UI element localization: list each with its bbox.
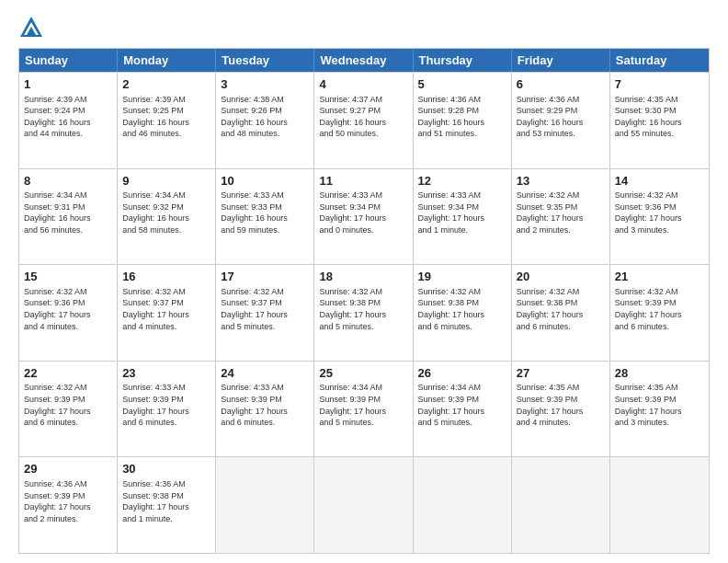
- day-number: 13: [517, 173, 605, 190]
- empty-cell: [512, 457, 610, 553]
- empty-cell: [314, 457, 413, 553]
- day-number: 8: [24, 173, 112, 190]
- day-cell-19: 19Sunrise: 4:32 AM Sunset: 9:38 PM Dayli…: [414, 265, 512, 361]
- empty-cell: [414, 457, 512, 553]
- day-cell-1: 1Sunrise: 4:39 AM Sunset: 9:24 PM Daylig…: [19, 73, 118, 168]
- day-info: Sunrise: 4:35 AM Sunset: 9:30 PM Dayligh…: [615, 94, 704, 140]
- day-cell-21: 21Sunrise: 4:32 AM Sunset: 9:39 PM Dayli…: [610, 265, 709, 361]
- day-info: Sunrise: 4:32 AM Sunset: 9:37 PM Dayligh…: [122, 286, 210, 332]
- day-number: 10: [221, 173, 309, 190]
- day-info: Sunrise: 4:32 AM Sunset: 9:38 PM Dayligh…: [418, 286, 506, 332]
- day-info: Sunrise: 4:38 AM Sunset: 9:26 PM Dayligh…: [221, 94, 309, 140]
- day-number: 22: [24, 365, 112, 382]
- empty-cell: [216, 457, 314, 553]
- day-cell-9: 9Sunrise: 4:34 AM Sunset: 9:32 PM Daylig…: [118, 169, 216, 265]
- calendar-row-1: 1Sunrise: 4:39 AM Sunset: 9:24 PM Daylig…: [19, 72, 709, 168]
- day-info: Sunrise: 4:35 AM Sunset: 9:39 PM Dayligh…: [615, 382, 704, 428]
- day-number: 12: [418, 173, 506, 190]
- day-cell-26: 26Sunrise: 4:34 AM Sunset: 9:39 PM Dayli…: [414, 362, 512, 457]
- day-info: Sunrise: 4:32 AM Sunset: 9:38 PM Dayligh…: [517, 286, 605, 332]
- day-cell-17: 17Sunrise: 4:32 AM Sunset: 9:37 PM Dayli…: [216, 265, 314, 361]
- day-cell-25: 25Sunrise: 4:34 AM Sunset: 9:39 PM Dayli…: [314, 362, 413, 457]
- day-info: Sunrise: 4:36 AM Sunset: 9:39 PM Dayligh…: [24, 478, 112, 524]
- day-number: 19: [418, 269, 506, 285]
- day-number: 30: [122, 461, 210, 477]
- day-number: 5: [418, 76, 506, 93]
- day-cell-16: 16Sunrise: 4:32 AM Sunset: 9:37 PM Dayli…: [118, 265, 216, 361]
- day-cell-12: 12Sunrise: 4:33 AM Sunset: 9:34 PM Dayli…: [414, 169, 512, 265]
- day-info: Sunrise: 4:32 AM Sunset: 9:38 PM Dayligh…: [319, 286, 407, 332]
- day-info: Sunrise: 4:33 AM Sunset: 9:33 PM Dayligh…: [221, 190, 309, 236]
- day-number: 15: [24, 269, 112, 285]
- day-cell-23: 23Sunrise: 4:33 AM Sunset: 9:39 PM Dayli…: [118, 362, 216, 457]
- day-info: Sunrise: 4:35 AM Sunset: 9:39 PM Dayligh…: [517, 382, 605, 428]
- day-number: 16: [122, 269, 210, 285]
- day-info: Sunrise: 4:34 AM Sunset: 9:39 PM Dayligh…: [319, 382, 407, 428]
- calendar-body: 1Sunrise: 4:39 AM Sunset: 9:24 PM Daylig…: [19, 72, 709, 553]
- day-info: Sunrise: 4:39 AM Sunset: 9:24 PM Dayligh…: [24, 94, 112, 140]
- calendar-row-3: 15Sunrise: 4:32 AM Sunset: 9:36 PM Dayli…: [19, 264, 709, 361]
- calendar-row-2: 8Sunrise: 4:34 AM Sunset: 9:31 PM Daylig…: [19, 168, 709, 265]
- day-cell-27: 27Sunrise: 4:35 AM Sunset: 9:39 PM Dayli…: [512, 362, 610, 457]
- calendar-header: SundayMondayTuesdayWednesdayThursdayFrid…: [19, 49, 709, 72]
- header-day-friday: Friday: [512, 49, 610, 72]
- day-cell-22: 22Sunrise: 4:32 AM Sunset: 9:39 PM Dayli…: [19, 362, 118, 457]
- day-number: 27: [517, 365, 605, 382]
- page: SundayMondayTuesdayWednesdayThursdayFrid…: [0, 0, 728, 563]
- day-number: 29: [24, 461, 112, 477]
- day-cell-15: 15Sunrise: 4:32 AM Sunset: 9:36 PM Dayli…: [19, 265, 118, 361]
- day-number: 4: [319, 76, 407, 93]
- day-cell-8: 8Sunrise: 4:34 AM Sunset: 9:31 PM Daylig…: [19, 169, 118, 265]
- header-day-tuesday: Tuesday: [216, 49, 314, 72]
- day-info: Sunrise: 4:33 AM Sunset: 9:34 PM Dayligh…: [319, 190, 407, 236]
- day-info: Sunrise: 4:32 AM Sunset: 9:36 PM Dayligh…: [24, 286, 112, 332]
- day-number: 18: [319, 269, 407, 285]
- day-number: 7: [615, 76, 704, 93]
- day-cell-29: 29Sunrise: 4:36 AM Sunset: 9:39 PM Dayli…: [19, 457, 118, 553]
- day-cell-3: 3Sunrise: 4:38 AM Sunset: 9:26 PM Daylig…: [216, 73, 314, 168]
- day-info: Sunrise: 4:34 AM Sunset: 9:32 PM Dayligh…: [122, 190, 210, 236]
- day-number: 23: [122, 365, 210, 382]
- day-number: 2: [122, 76, 210, 93]
- day-number: 21: [615, 269, 704, 285]
- day-number: 11: [319, 173, 407, 190]
- logo-icon: [18, 15, 44, 40]
- day-number: 24: [221, 365, 309, 382]
- empty-cell: [610, 457, 709, 553]
- day-info: Sunrise: 4:33 AM Sunset: 9:39 PM Dayligh…: [221, 382, 309, 428]
- day-number: 28: [615, 365, 704, 382]
- day-number: 1: [24, 76, 112, 93]
- day-info: Sunrise: 4:32 AM Sunset: 9:36 PM Dayligh…: [615, 190, 704, 236]
- header-day-sunday: Sunday: [19, 49, 118, 72]
- day-cell-2: 2Sunrise: 4:39 AM Sunset: 9:25 PM Daylig…: [118, 73, 216, 168]
- day-number: 26: [418, 365, 506, 382]
- day-cell-14: 14Sunrise: 4:32 AM Sunset: 9:36 PM Dayli…: [610, 169, 709, 265]
- day-cell-11: 11Sunrise: 4:33 AM Sunset: 9:34 PM Dayli…: [314, 169, 413, 265]
- logo: [18, 15, 46, 40]
- calendar: SundayMondayTuesdayWednesdayThursdayFrid…: [18, 48, 710, 554]
- header: [18, 15, 710, 40]
- header-day-saturday: Saturday: [610, 49, 709, 72]
- header-day-monday: Monday: [118, 49, 216, 72]
- day-cell-20: 20Sunrise: 4:32 AM Sunset: 9:38 PM Dayli…: [512, 265, 610, 361]
- day-info: Sunrise: 4:36 AM Sunset: 9:29 PM Dayligh…: [517, 94, 605, 140]
- day-info: Sunrise: 4:37 AM Sunset: 9:27 PM Dayligh…: [319, 94, 407, 140]
- day-cell-24: 24Sunrise: 4:33 AM Sunset: 9:39 PM Dayli…: [216, 362, 314, 457]
- day-info: Sunrise: 4:32 AM Sunset: 9:35 PM Dayligh…: [517, 190, 605, 236]
- day-cell-13: 13Sunrise: 4:32 AM Sunset: 9:35 PM Dayli…: [512, 169, 610, 265]
- calendar-row-5: 29Sunrise: 4:36 AM Sunset: 9:39 PM Dayli…: [19, 456, 709, 553]
- day-number: 3: [221, 76, 309, 93]
- day-number: 9: [122, 173, 210, 190]
- day-info: Sunrise: 4:36 AM Sunset: 9:28 PM Dayligh…: [418, 94, 506, 140]
- day-info: Sunrise: 4:39 AM Sunset: 9:25 PM Dayligh…: [122, 94, 210, 140]
- day-info: Sunrise: 4:32 AM Sunset: 9:37 PM Dayligh…: [221, 286, 309, 332]
- day-number: 25: [319, 365, 407, 382]
- day-cell-18: 18Sunrise: 4:32 AM Sunset: 9:38 PM Dayli…: [314, 265, 413, 361]
- header-day-wednesday: Wednesday: [314, 49, 413, 72]
- day-info: Sunrise: 4:34 AM Sunset: 9:31 PM Dayligh…: [24, 190, 112, 236]
- header-day-thursday: Thursday: [414, 49, 512, 72]
- day-cell-4: 4Sunrise: 4:37 AM Sunset: 9:27 PM Daylig…: [314, 73, 413, 168]
- day-cell-7: 7Sunrise: 4:35 AM Sunset: 9:30 PM Daylig…: [610, 73, 709, 168]
- day-info: Sunrise: 4:33 AM Sunset: 9:39 PM Dayligh…: [122, 382, 210, 428]
- day-cell-6: 6Sunrise: 4:36 AM Sunset: 9:29 PM Daylig…: [512, 73, 610, 168]
